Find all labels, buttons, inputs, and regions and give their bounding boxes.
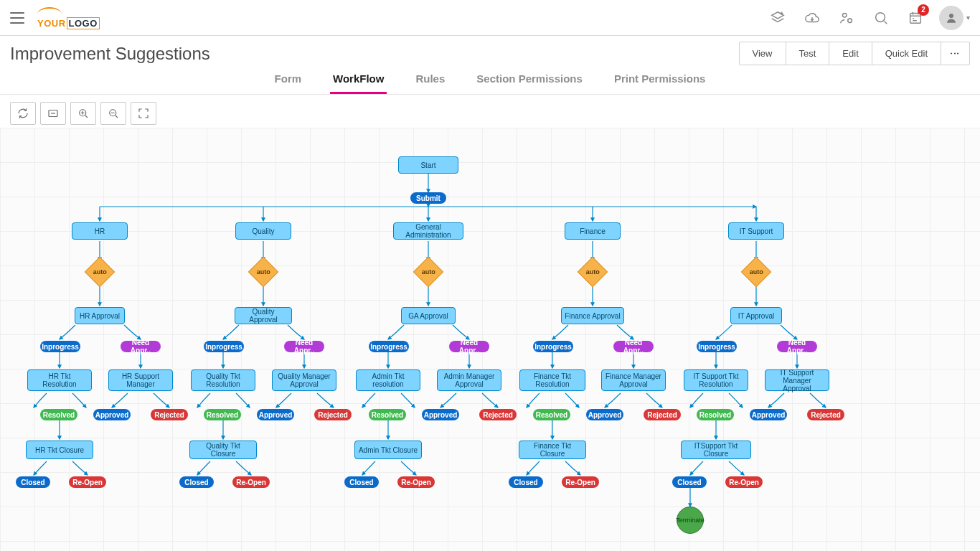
subheader: Improvement Suggestions View Test Edit Q…	[0, 36, 980, 68]
fullscreen-button[interactable]	[131, 102, 156, 125]
view-button[interactable]: View	[740, 42, 786, 65]
tab-rules[interactable]: Rules	[413, 72, 448, 94]
node-dept-it[interactable]: IT Support	[728, 222, 784, 240]
pill-hr-resolved[interactable]: Resolved	[40, 409, 77, 420]
pill-finance-inprogress[interactable]: Inprogress	[533, 341, 573, 352]
diamond-finance[interactable]: auto	[578, 257, 608, 287]
app-bar: YOURLOGO 2 ▾	[0, 0, 980, 36]
menu-icon[interactable]	[10, 12, 24, 24]
pill-finance-reopen[interactable]: Re-Open	[562, 476, 599, 488]
test-button[interactable]: Test	[786, 42, 830, 65]
svg-point-1	[848, 18, 852, 22]
pill-ga-needappr[interactable]: Need Appr..	[449, 341, 489, 352]
zoom-in-button[interactable]	[70, 102, 96, 125]
calendar-report-icon[interactable]: 2	[905, 7, 926, 29]
node-start[interactable]: Start	[398, 156, 458, 174]
node-it-tkt[interactable]: IT Support Tkt Resolution	[684, 369, 748, 391]
quick-edit-button[interactable]: Quick Edit	[872, 42, 941, 65]
pill-finance-needappr[interactable]: Need Appr..	[613, 341, 654, 352]
diamond-ga[interactable]: auto	[413, 257, 443, 287]
pill-quality-needappr[interactable]: Need Appr..	[284, 341, 324, 352]
svg-point-2	[876, 12, 885, 22]
edit-button[interactable]: Edit	[829, 42, 872, 65]
diamond-it[interactable]: auto	[741, 257, 771, 287]
node-dept-finance[interactable]: Finance	[565, 222, 621, 240]
pill-hr-needappr[interactable]: Need Appr..	[121, 341, 161, 352]
node-dept-hr[interactable]: HR	[72, 222, 128, 240]
node-hr-approval[interactable]: HR Approval	[75, 307, 125, 324]
svg-point-4	[949, 14, 953, 18]
layers-add-icon[interactable]	[767, 7, 788, 29]
svg-point-0	[843, 13, 847, 17]
node-ga-approval[interactable]: GA Approval	[401, 307, 456, 324]
pill-hr-reopen[interactable]: Re-Open	[69, 476, 106, 488]
tab-workflow[interactable]: WorkFlow	[330, 72, 387, 94]
node-quality-closure[interactable]: Quality Tkt Closure	[189, 441, 257, 459]
node-dept-ga[interactable]: General Administration	[393, 222, 463, 240]
node-finance-approval[interactable]: Finance Approval	[561, 307, 624, 324]
node-finance-mgr[interactable]: Finance Manager Approval	[601, 369, 666, 391]
node-dept-quality[interactable]: Quality	[235, 222, 291, 240]
pill-it-approved[interactable]: Approved	[750, 409, 787, 420]
pill-quality-reopen[interactable]: Re-Open	[232, 476, 270, 488]
node-ga-tkt[interactable]: Admin Tkt resolution	[356, 369, 420, 391]
diamond-hr[interactable]: auto	[85, 257, 115, 287]
node-finance-closure[interactable]: Finance Tkt Closure	[519, 441, 586, 459]
more-button[interactable]: ⋮	[941, 42, 969, 65]
node-it-mgr[interactable]: IT Support Manager Approval	[765, 369, 829, 391]
search-icon[interactable]	[870, 7, 892, 29]
node-ga-closure[interactable]: Admin Tkt Closure	[354, 441, 422, 459]
tab-print[interactable]: Print Permissions	[611, 72, 709, 94]
pill-hr-approved[interactable]: Approved	[93, 409, 131, 420]
cloud-download-icon[interactable]	[801, 7, 823, 29]
pill-ga-inprogress[interactable]: Inprogress	[369, 341, 409, 352]
tab-section[interactable]: Section Permissions	[473, 72, 585, 94]
pill-ga-rejected[interactable]: Rejected	[479, 409, 517, 420]
avatar	[939, 6, 963, 30]
pill-quality-closed[interactable]: Closed	[179, 476, 214, 488]
pill-finance-rejected[interactable]: Rejected	[644, 409, 681, 420]
zoom-out-button[interactable]	[100, 102, 126, 125]
pill-it-inprogress[interactable]: Inprogress	[697, 341, 737, 352]
pill-it-closed[interactable]: Closed	[672, 476, 707, 488]
pill-hr-closed[interactable]: Closed	[16, 476, 50, 488]
node-hr-tkt[interactable]: HR Tkt Resolution	[27, 369, 92, 391]
node-it-closure[interactable]: ITSupport Tkt Closure	[681, 441, 751, 459]
diamond-quality[interactable]: auto	[248, 257, 278, 287]
pill-quality-resolved[interactable]: Resolved	[204, 409, 241, 420]
pill-ga-resolved[interactable]: Resolved	[369, 409, 406, 420]
node-it-approval[interactable]: IT Approval	[730, 307, 782, 324]
node-hr-closure[interactable]: HR Tkt Closure	[26, 441, 93, 459]
pill-finance-closed[interactable]: Closed	[509, 476, 543, 488]
node-hr-mgr[interactable]: HR Support Manager	[108, 369, 173, 391]
logo[interactable]: YOURLOGO	[37, 7, 100, 29]
pill-it-resolved[interactable]: Resolved	[697, 409, 734, 420]
pill-finance-approved[interactable]: Approved	[586, 409, 623, 420]
user-settings-icon[interactable]	[836, 7, 857, 29]
pill-it-reopen[interactable]: Re-Open	[725, 476, 763, 488]
workflow-canvas[interactable]: Start Submit HR auto HR Approval Inprogr…	[0, 128, 980, 551]
chevron-down-icon: ▾	[966, 14, 970, 22]
node-quality-tkt[interactable]: Quality Tkt Resolution	[191, 369, 255, 391]
node-ga-mgr[interactable]: Admin Manager Approval	[437, 369, 501, 391]
node-quality-approval[interactable]: Quality Approval	[235, 307, 292, 324]
pill-it-rejected[interactable]: Rejected	[807, 409, 844, 420]
node-finance-tkt[interactable]: Finance Tkt Resolution	[519, 369, 585, 391]
pill-it-needappr[interactable]: Need Appr..	[777, 341, 817, 352]
fit-button[interactable]	[40, 102, 66, 125]
pill-ga-closed[interactable]: Closed	[344, 476, 379, 488]
user-menu[interactable]: ▾	[939, 6, 970, 30]
pill-finance-resolved[interactable]: Resolved	[533, 409, 570, 420]
pill-hr-inprogress[interactable]: Inprogress	[40, 341, 80, 352]
node-terminate[interactable]: Terminate	[677, 507, 704, 534]
pill-ga-reopen[interactable]: Re-Open	[397, 476, 435, 488]
pill-quality-rejected[interactable]: Rejected	[314, 409, 352, 420]
refresh-button[interactable]	[10, 102, 36, 125]
pill-quality-approved[interactable]: Approved	[257, 409, 294, 420]
node-quality-mgr[interactable]: Quality Manager Approval	[272, 369, 336, 391]
tab-form[interactable]: Form	[272, 72, 305, 94]
pill-submit[interactable]: Submit	[410, 192, 446, 204]
pill-hr-rejected[interactable]: Rejected	[151, 409, 188, 420]
pill-quality-inprogress[interactable]: Inprogress	[204, 341, 244, 352]
pill-ga-approved[interactable]: Approved	[422, 409, 459, 420]
